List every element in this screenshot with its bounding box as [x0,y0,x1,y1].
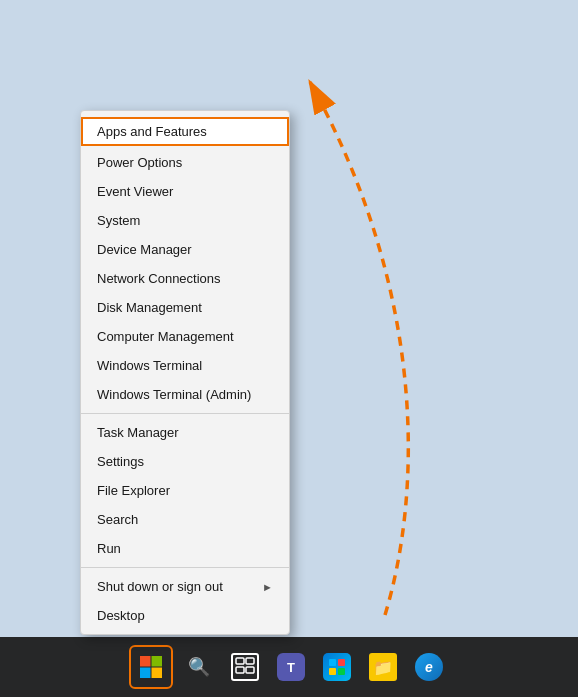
menu-item-task-manager[interactable]: Task Manager [81,418,289,447]
menu-divider-2 [81,567,289,568]
file-explorer-icon: 📁 [369,653,397,681]
menu-item-file-explorer[interactable]: File Explorer [81,476,289,505]
svg-rect-7 [236,667,244,673]
menu-item-system[interactable]: System [81,206,289,235]
menu-item-settings[interactable]: Settings [81,447,289,476]
submenu-arrow-icon: ► [262,581,273,593]
menu-item-search[interactable]: Search [81,505,289,534]
svg-rect-10 [338,659,345,666]
desktop: Apps and Features Power Options Event Vi… [0,0,578,697]
svg-rect-11 [329,668,336,675]
menu-item-computer-management[interactable]: Computer Management [81,322,289,351]
menu-item-disk-management[interactable]: Disk Management [81,293,289,322]
menu-divider-1 [81,413,289,414]
svg-rect-3 [140,668,151,679]
menu-item-windows-terminal[interactable]: Windows Terminal [81,351,289,380]
edge-icon: e [415,653,443,681]
svg-rect-8 [246,667,254,673]
file-explorer-button[interactable]: 📁 [363,647,403,687]
search-button[interactable]: 🔍 [179,647,219,687]
svg-rect-6 [246,658,254,664]
svg-rect-4 [152,668,163,679]
store-icon [323,653,351,681]
teams-button[interactable]: T [271,647,311,687]
menu-item-windows-terminal-admin[interactable]: Windows Terminal (Admin) [81,380,289,409]
menu-item-run[interactable]: Run [81,534,289,563]
menu-item-shut-down[interactable]: Shut down or sign out ► [81,572,289,601]
context-menu: Apps and Features Power Options Event Vi… [80,110,290,635]
svg-rect-5 [236,658,244,664]
menu-item-desktop[interactable]: Desktop [81,601,289,630]
menu-item-apps-features[interactable]: Apps and Features [81,117,289,146]
taskbar: 🔍 T [0,637,578,697]
start-button[interactable] [129,645,173,689]
svg-rect-9 [329,659,336,666]
search-icon: 🔍 [188,656,210,678]
menu-item-power-options[interactable]: Power Options [81,148,289,177]
svg-rect-12 [338,668,345,675]
task-view-icon [231,653,259,681]
menu-item-event-viewer[interactable]: Event Viewer [81,177,289,206]
task-view-button[interactable] [225,647,265,687]
edge-button[interactable]: e [409,647,449,687]
windows-logo-icon [139,655,163,679]
store-button[interactable] [317,647,357,687]
menu-item-network-connections[interactable]: Network Connections [81,264,289,293]
svg-rect-1 [140,656,151,667]
menu-item-device-manager[interactable]: Device Manager [81,235,289,264]
svg-rect-2 [152,656,163,667]
teams-icon: T [277,653,305,681]
